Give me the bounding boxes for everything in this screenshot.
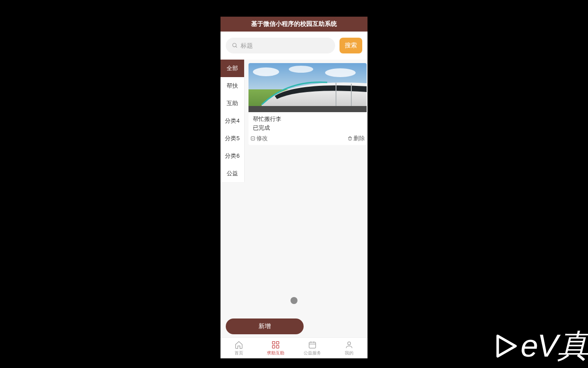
search-icon [232, 42, 238, 49]
app-frame: 基于微信小程序的校园互助系统 搜索 全部 帮扶 互助 分类4 分类5 分类6 公… [220, 17, 368, 358]
sidebar-item-cat4[interactable]: 分类4 [220, 112, 244, 130]
svg-point-4 [289, 66, 313, 73]
svg-point-19 [348, 342, 351, 345]
svg-line-1 [236, 46, 237, 48]
list-item[interactable]: 帮忙搬行李 已完成 修改 删除 [248, 63, 367, 145]
svg-rect-12 [276, 341, 279, 344]
grid-icon [271, 340, 280, 349]
card-title: 帮忙搬行李 [253, 115, 362, 124]
loading-indicator [290, 297, 298, 304]
search-input[interactable] [241, 42, 329, 49]
sidebar-item-cat6[interactable]: 分类6 [220, 147, 244, 165]
edit-icon [250, 136, 256, 141]
delete-button[interactable]: 删除 [347, 134, 365, 142]
main-list: 帮忙搬行李 已完成 修改 删除 [244, 60, 368, 337]
sidebar-item-charity[interactable]: 公益 [220, 165, 244, 182]
search-box[interactable] [226, 38, 335, 53]
card-actions: 修改 删除 [248, 134, 367, 145]
home-icon [234, 340, 243, 349]
trash-icon [347, 136, 353, 141]
content-area: 全部 帮扶 互助 分类4 分类5 分类6 公益 [220, 60, 368, 337]
category-sidebar: 全部 帮扶 互助 分类4 分类5 分类6 公益 [220, 60, 244, 182]
tab-mine[interactable]: 我的 [331, 338, 368, 358]
sidebar-item-help[interactable]: 帮扶 [220, 77, 244, 95]
svg-point-5 [325, 68, 356, 77]
card-status: 已完成 [253, 124, 362, 132]
tab-help[interactable]: 求助互助 [257, 338, 294, 358]
svg-rect-11 [273, 341, 275, 344]
card-body: 帮忙搬行李 已完成 [248, 112, 367, 134]
svg-rect-9 [248, 106, 367, 112]
svg-rect-14 [276, 345, 279, 348]
sidebar-item-mutual[interactable]: 互助 [220, 95, 244, 112]
search-row: 搜索 [220, 32, 368, 60]
tab-charity[interactable]: 公益服务 [294, 338, 331, 358]
svg-point-0 [233, 43, 236, 47]
tab-home[interactable]: 首页 [220, 338, 257, 358]
edit-button[interactable]: 修改 [250, 134, 268, 142]
card-image-train [248, 63, 367, 112]
user-icon [345, 340, 354, 349]
svg-rect-15 [309, 342, 316, 348]
search-button[interactable]: 搜索 [340, 38, 362, 53]
add-button[interactable]: 新增 [226, 318, 304, 334]
sidebar-item-all[interactable]: 全部 [220, 60, 244, 77]
page-title: 基于微信小程序的校园互助系统 [220, 17, 368, 32]
svg-point-3 [253, 67, 279, 76]
svg-rect-13 [273, 345, 275, 348]
sidebar-item-cat5[interactable]: 分类5 [220, 130, 244, 147]
watermark: eV真 [492, 325, 588, 367]
tab-bar: 首页 求助互助 公益服务 我的 [220, 337, 368, 358]
calendar-icon [308, 340, 317, 349]
play-icon [492, 333, 519, 360]
